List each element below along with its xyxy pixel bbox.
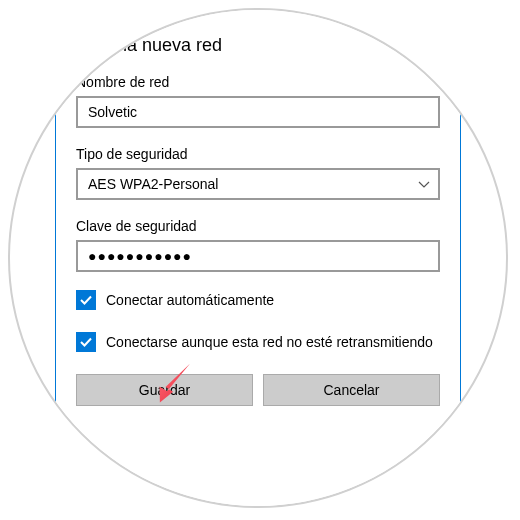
auto-connect-checkbox[interactable] [76, 290, 96, 310]
auto-connect-row: Conectar automáticamente [76, 290, 440, 310]
security-type-label: Tipo de seguridad [76, 146, 440, 162]
check-icon [79, 293, 93, 307]
network-name-input[interactable] [76, 96, 440, 128]
network-name-group: Nombre de red [76, 74, 440, 128]
security-key-input[interactable] [76, 240, 440, 272]
check-icon [79, 335, 93, 349]
security-key-group: Clave de seguridad [76, 218, 440, 272]
connect-hidden-row: Conectarse aunque esta red no esté retra… [76, 332, 440, 352]
add-network-dialog: gar una nueva red Nombre de red Tipo de … [55, 10, 461, 508]
cancel-button[interactable]: Cancelar [263, 374, 440, 406]
security-type-select[interactable]: AES WPA2-Personal [76, 168, 440, 200]
network-name-label: Nombre de red [76, 74, 440, 90]
connect-hidden-checkbox[interactable] [76, 332, 96, 352]
security-type-value: AES WPA2-Personal [88, 176, 218, 192]
security-type-group: Tipo de seguridad AES WPA2-Personal [76, 146, 440, 200]
security-key-label: Clave de seguridad [76, 218, 440, 234]
auto-connect-label[interactable]: Conectar automáticamente [106, 292, 274, 308]
connect-hidden-label[interactable]: Conectarse aunque esta red no esté retra… [106, 334, 433, 350]
dialog-buttons: Guardar Cancelar [76, 374, 440, 406]
save-button[interactable]: Guardar [76, 374, 253, 406]
dialog-title: gar una nueva red [76, 35, 440, 56]
